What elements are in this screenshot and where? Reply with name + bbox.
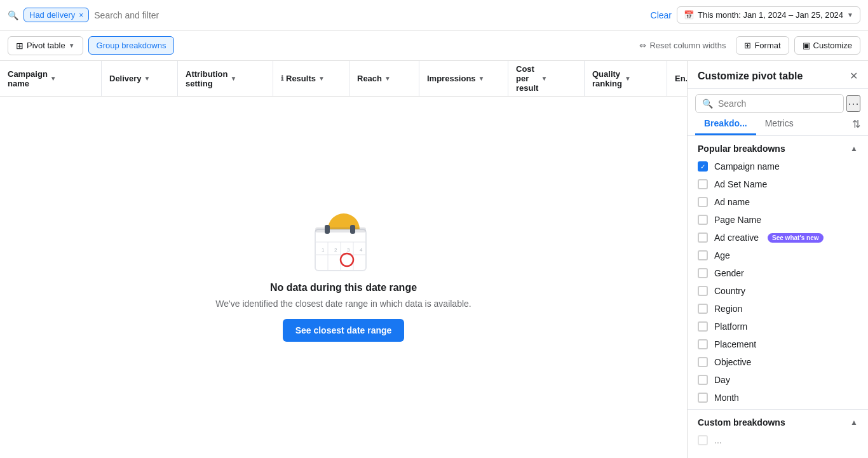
chevron-down-icon: ▼: [847, 11, 853, 18]
empty-subtitle: We've identified the closest date range …: [215, 299, 471, 309]
toolbar: ⊞ Pivot table ▼ Group breakdowns ⇔ Reset…: [0, 30, 868, 61]
filter-close-icon[interactable]: ×: [79, 11, 83, 20]
panel-title: Customize pivot table: [698, 71, 803, 82]
breakdown-platform-label: Platform: [714, 321, 747, 332]
sort-quality-icon: ▼: [625, 75, 631, 82]
table-area: Campaignname ▼ Delivery ▼ Attributionset…: [0, 61, 687, 458]
th-quality[interactable]: Qualityranking ▼: [585, 61, 667, 96]
more-options-button[interactable]: ⋯: [846, 95, 860, 112]
breakdown-ad-name-label: Ad name: [714, 197, 750, 207]
format-icon: ⊞: [744, 41, 751, 50]
sort-panel-icon[interactable]: ⇅: [852, 118, 860, 130]
breakdown-month[interactable]: Month: [688, 389, 868, 407]
table-header: Campaignname ▼ Delivery ▼ Attributionset…: [0, 61, 687, 97]
panel-close-button[interactable]: ✕: [850, 70, 858, 82]
custom-breakdowns-header: Custom breakdowns ▲: [688, 410, 868, 431]
breakdown-gender[interactable]: Gender: [688, 264, 868, 282]
checkbox-custom[interactable]: [698, 435, 708, 445]
panel-search[interactable]: 🔍: [695, 94, 844, 113]
th-reach-label: Reach: [357, 74, 382, 83]
checkbox-ad-creative[interactable]: [698, 232, 708, 243]
svg-rect-7: [325, 225, 330, 234]
panel-search-input[interactable]: [718, 98, 837, 109]
panel-body: Popular breakdowns ▲ ✓ Campaign name Ad …: [688, 136, 868, 458]
checkbox-month[interactable]: [698, 393, 708, 403]
breakdown-objective[interactable]: Objective: [688, 353, 868, 371]
checkbox-region[interactable]: [698, 304, 708, 314]
main-content: Campaignname ▼ Delivery ▼ Attributionset…: [0, 61, 868, 458]
tab-breakdowns[interactable]: Breakdo...: [695, 113, 756, 135]
breakdown-ad-set-name[interactable]: Ad Set Name: [688, 175, 868, 193]
th-cost[interactable]: Costperresult ▼: [508, 61, 585, 96]
checkbox-ad-name[interactable]: [698, 197, 708, 207]
format-button[interactable]: ⊞ Format: [736, 36, 789, 55]
checkbox-age[interactable]: [698, 250, 708, 260]
checkbox-page-name[interactable]: [698, 215, 708, 225]
checkbox-placement[interactable]: [698, 339, 708, 349]
breakdown-age[interactable]: Age: [688, 246, 868, 264]
see-closest-date-button[interactable]: See closest date range: [283, 319, 405, 342]
breakdown-campaign-label: Campaign name: [714, 161, 780, 172]
breakdown-placement[interactable]: Placement: [688, 335, 868, 353]
filter-tag[interactable]: Had delivery ×: [24, 8, 89, 22]
tab-metrics[interactable]: Metrics: [756, 113, 803, 135]
clear-button[interactable]: Clear: [651, 10, 672, 20]
pivot-table-label: Pivot table: [27, 41, 65, 50]
checkbox-ad-set-name[interactable]: [698, 179, 708, 189]
checkbox-campaign-name[interactable]: ✓: [698, 161, 708, 172]
customize-button[interactable]: ▣ Customize: [794, 36, 860, 55]
th-impressions[interactable]: Impressions ▼: [419, 61, 508, 96]
svg-rect-6: [315, 227, 366, 232]
group-breakdowns-button[interactable]: Group breakdowns: [88, 36, 175, 55]
checkbox-gender[interactable]: [698, 268, 708, 278]
empty-state: 1 2 3 4 No data during this date range W…: [0, 97, 687, 458]
breakdown-objective-label: Objective: [714, 357, 751, 367]
breakdown-custom-item[interactable]: ...: [688, 431, 868, 449]
breakdown-country[interactable]: Country: [688, 282, 868, 300]
svg-text:3: 3: [347, 247, 350, 253]
toolbar-right: ⇔ Reset column widths ⊞ Format ▣ Customi…: [634, 36, 860, 55]
th-cost-label: Costperresult: [516, 64, 538, 93]
pivot-table-button[interactable]: ⊞ Pivot table ▼: [8, 36, 83, 55]
breakdown-placement-label: Placement: [714, 339, 756, 349]
popular-breakdowns-header: Popular breakdowns ▲: [688, 136, 868, 158]
popular-collapse-icon[interactable]: ▲: [850, 144, 858, 153]
sort-results-icon: ▼: [318, 75, 325, 82]
calendar-illustration: 1 2 3 4: [309, 213, 379, 277]
th-results[interactable]: ℹ Results ▼: [273, 61, 349, 96]
calendar-icon: 📅: [684, 10, 694, 20]
checkbox-platform[interactable]: [698, 321, 708, 332]
breakdown-page-name[interactable]: Page Name: [688, 211, 868, 229]
ad-creative-badge: See what's new: [768, 233, 824, 243]
th-delivery[interactable]: Delivery ▼: [102, 61, 178, 96]
date-range-button[interactable]: 📅 This month: Jan 1, 2024 – Jan 25, 2024…: [677, 6, 860, 24]
search-filter-input[interactable]: [94, 10, 645, 20]
checkbox-objective[interactable]: [698, 357, 708, 367]
sort-delivery-icon: ▼: [144, 75, 151, 82]
pivot-icon: ⊞: [16, 41, 24, 51]
checkbox-day[interactable]: [698, 375, 708, 385]
th-reach[interactable]: Reach ▼: [349, 61, 419, 96]
breakdown-platform[interactable]: Platform: [688, 318, 868, 335]
breakdown-ad-creative[interactable]: Ad creative See what's new: [688, 229, 868, 246]
th-eng[interactable]: En...: [667, 61, 687, 96]
sort-campaign-icon: ▼: [50, 75, 57, 82]
breakdown-custom-label: ...: [714, 435, 722, 445]
reset-columns-button[interactable]: ⇔ Reset column widths: [634, 37, 731, 54]
breakdown-campaign-name[interactable]: ✓ Campaign name: [688, 158, 868, 175]
group-breakdowns-label: Group breakdowns: [97, 41, 166, 50]
customize-label: Customize: [813, 41, 852, 50]
th-attribution-label: Attributionsetting: [186, 69, 227, 88]
breakdown-gender-label: Gender: [714, 268, 744, 278]
breakdown-region[interactable]: Region: [688, 300, 868, 318]
custom-collapse-icon[interactable]: ▲: [850, 418, 858, 427]
breakdown-region-label: Region: [714, 304, 742, 314]
breakdown-ad-name[interactable]: Ad name: [688, 193, 868, 211]
breakdown-day-label: Day: [714, 375, 730, 385]
checkbox-country[interactable]: [698, 286, 708, 296]
th-eng-label: En...: [675, 74, 687, 83]
customize-icon: ▣: [803, 41, 810, 50]
th-campaign[interactable]: Campaignname ▼: [0, 61, 102, 96]
th-attribution[interactable]: Attributionsetting ▼: [178, 61, 273, 96]
breakdown-day[interactable]: Day: [688, 371, 868, 389]
